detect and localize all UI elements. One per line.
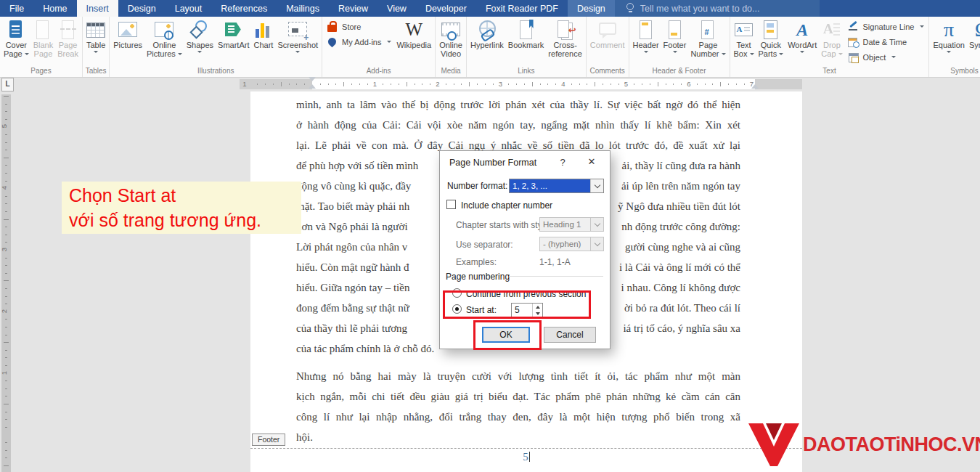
document-line-left-fragment: của thầy thì lẽ phải tương — [296, 318, 407, 338]
horizontal-ruler[interactable]: 11234567 — [240, 79, 802, 89]
dropdown-caret-icon — [387, 41, 391, 43]
ribbon-group-label-media: Media — [437, 67, 465, 77]
ruler-tick — [5, 111, 7, 112]
include-chapter-checkbox[interactable] — [446, 200, 456, 209]
store-label: Store — [342, 23, 361, 31]
document-line-left-fragment: hiểu. Giữa ngón tay – tiền — [296, 277, 409, 298]
number-format-dropdown-button[interactable] — [590, 179, 603, 192]
tab-design-contextual[interactable]: Design — [568, 0, 615, 17]
tab-layout[interactable]: Layout — [166, 0, 212, 17]
equation-icon: π — [937, 20, 960, 39]
tab-file[interactable]: File — [0, 0, 33, 17]
number-format-value: 1, 2, 3, ... — [510, 179, 590, 192]
chart-button[interactable]: Chart — [252, 17, 276, 65]
tab-references[interactable]: References — [211, 0, 277, 17]
chevron-down-icon — [594, 182, 600, 187]
drop-cap-button[interactable]: ADropCap — [819, 17, 844, 65]
document-line-left-fragment: đong đếm bằng sự thật nữ — [296, 298, 409, 318]
quick-parts-button[interactable]: QuickParts — [756, 17, 786, 65]
dropdown-caret-icon — [920, 25, 924, 28]
hyperlink-icon — [478, 20, 497, 39]
first-line-indent-marker[interactable] — [309, 77, 316, 81]
wikipedia-button[interactable]: WWikipedia — [394, 17, 433, 65]
number-format-combobox[interactable]: 1, 2, 3, ... — [509, 179, 604, 193]
cover-page-button[interactable]: CoverPage — [1, 17, 31, 65]
tab-foxit-reader-pdf[interactable]: Foxit Reader PDF — [476, 0, 568, 17]
ruler-tick — [5, 335, 7, 335]
tell-me-box[interactable]: Tell me what you want to do... — [615, 0, 820, 17]
tab-stop-selector[interactable]: L — [1, 78, 14, 91]
ruler-tick — [5, 296, 7, 297]
footer-button[interactable]: Footer — [661, 17, 689, 65]
ruler-tick — [673, 84, 674, 85]
document-line-right-fragment: ải úp lên trên năm ngón tay — [621, 176, 740, 196]
dropdown-caret-icon — [947, 51, 951, 53]
ruler-tick — [5, 265, 7, 266]
ribbon-group-add-ins: StoreMy Add-insWWikipediaAdd-ins — [322, 17, 436, 77]
ruler-tick — [5, 427, 7, 428]
cross-reference-icon — [556, 20, 575, 39]
page-number-icon — [698, 20, 717, 39]
date-time-button[interactable]: Date & Time — [845, 34, 928, 49]
vertical-ruler[interactable]: 54321 — [1, 94, 11, 472]
header-button[interactable]: Header — [631, 17, 661, 65]
tab-mailings[interactable]: Mailings — [277, 0, 329, 17]
text-box-button[interactable]: TextBox — [732, 17, 756, 65]
table-label: Table — [86, 41, 105, 49]
bookmark-button[interactable]: Bookmark — [506, 17, 547, 65]
cross-reference-label: Cross- — [553, 41, 576, 49]
equation-button[interactable]: πEquation — [931, 17, 966, 65]
online-video-button[interactable]: OnlineVideo — [437, 17, 465, 65]
ruler-tick — [281, 82, 282, 86]
tab-review[interactable]: Review — [329, 0, 377, 17]
smartart-button[interactable]: SmartArt — [216, 17, 251, 65]
page-number-button[interactable]: PageNumber — [688, 17, 727, 65]
tab-design[interactable]: Design — [118, 0, 166, 17]
ruler-number: 3 — [499, 80, 502, 88]
pictures-button[interactable]: Pictures — [111, 17, 144, 65]
tab-home[interactable]: Home — [33, 0, 76, 17]
dialog-close-button[interactable]: ✕ — [582, 156, 601, 167]
shapes-button[interactable]: Shapes — [184, 17, 216, 65]
ruler-tick — [697, 84, 698, 85]
symbol-icon: Ω — [971, 20, 980, 39]
wordart-button[interactable]: AWordArt — [785, 17, 819, 65]
ruler-tick — [430, 84, 430, 85]
quick-parts-icon — [761, 20, 780, 39]
ruler-tick — [744, 84, 745, 85]
ruler-tick — [320, 84, 321, 85]
footer-page-number[interactable]: 5 — [250, 451, 802, 463]
right-indent-marker[interactable] — [751, 84, 759, 89]
ribbon-group-comments: CommentComments — [587, 17, 629, 77]
my-add-ins-button[interactable]: My Add-ins — [324, 34, 394, 49]
highlight-ok-box — [473, 320, 542, 350]
tab-insert[interactable]: Insert — [77, 0, 118, 17]
ruler-tick — [524, 84, 525, 85]
ruler-tick — [4, 404, 9, 404]
date-time-label: Date & Time — [863, 38, 907, 46]
pictures-icon — [118, 20, 137, 39]
page-break-button[interactable]: PageBreak — [55, 17, 81, 65]
blank-page-label: Blank — [33, 41, 54, 49]
store-button[interactable]: Store — [324, 19, 394, 34]
tab-view[interactable]: View — [377, 0, 416, 17]
ruler-number: 4 — [0, 186, 8, 190]
ruler-tick — [720, 82, 721, 86]
ruler-tick — [555, 84, 556, 85]
cancel-button[interactable]: Cancel — [544, 327, 596, 343]
symbol-button[interactable]: ΩSymbol — [967, 17, 980, 65]
cross-reference-button[interactable]: Cross-reference — [546, 17, 584, 65]
tab-developer[interactable]: Developer — [416, 0, 476, 17]
hanging-indent-marker[interactable] — [309, 84, 316, 89]
annotation-line-1: Chọn Start at — [69, 183, 294, 208]
hyperlink-button[interactable]: Hyperlink — [468, 17, 506, 65]
blank-page-button[interactable]: BlankPage — [31, 17, 56, 65]
table-button[interactable]: Table — [84, 17, 107, 65]
object-button[interactable]: Object — [845, 49, 928, 65]
comment-button[interactable]: Comment — [588, 17, 627, 65]
signature-line-button[interactable]: Signature Line — [845, 19, 928, 34]
footer-icon — [666, 20, 685, 39]
screenshot-button[interactable]: Screenshot — [275, 17, 320, 65]
dialog-help-button[interactable]: ? — [556, 157, 569, 168]
online-pictures-button[interactable]: OnlinePictures — [144, 17, 184, 65]
